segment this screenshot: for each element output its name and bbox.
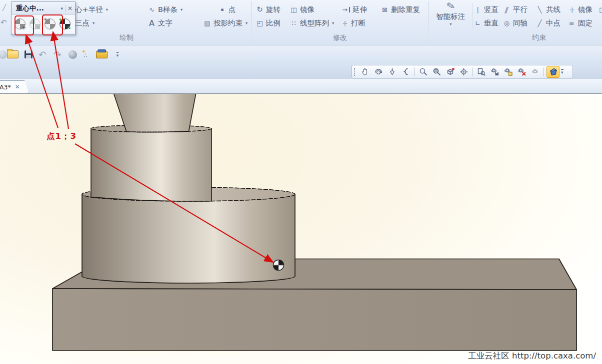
- zoom-window-button[interactable]: [430, 66, 442, 77]
- open-button[interactable]: [6, 48, 19, 60]
- subgroup-divider: [472, 3, 472, 29]
- item-label: 延伸: [352, 5, 367, 14]
- toolbar-grip[interactable]: [354, 68, 356, 76]
- ribbon-item-point[interactable]: ▪ 点: [218, 4, 236, 15]
- chevron-down-icon[interactable]: ▾: [92, 20, 94, 25]
- view-save-icon: [490, 67, 500, 76]
- item-label: 共线: [546, 5, 560, 14]
- view-options-button[interactable]: [529, 66, 541, 77]
- cog-auto-button[interactable]: + ↘: [58, 17, 72, 31]
- pan-button[interactable]: [359, 66, 371, 77]
- fly-view-button[interactable]: [400, 66, 412, 77]
- item-label: 三点: [75, 18, 90, 28]
- iso-view-button[interactable]: ✱: [444, 66, 456, 77]
- line-tool-fragment-icon: ╱: [2, 4, 6, 11]
- view-delete-icon: [517, 67, 526, 76]
- undo-button[interactable]: ↶: [36, 48, 49, 60]
- popup-title: 重心中...: [16, 4, 58, 13]
- parallel-constraint-icon: ∥: [502, 6, 512, 13]
- shaded-mode-button[interactable]: [546, 66, 560, 78]
- zoom-all-button[interactable]: [458, 66, 470, 77]
- view-gray-icon: [530, 67, 540, 76]
- spin-view-button[interactable]: [386, 66, 398, 77]
- smart-dimension-icon: ✎: [445, 0, 456, 12]
- close-icon[interactable]: ✕: [15, 83, 20, 90]
- delete-view-button[interactable]: [516, 66, 528, 77]
- group-divider: [251, 1, 252, 43]
- ribbon-item-three-point[interactable]: 三点 ▾: [75, 17, 94, 28]
- ribbon-item-perpendicular-constraint[interactable]: ∟ 垂直: [474, 17, 498, 28]
- s-curve-icon: [401, 67, 410, 76]
- chevron-down-icon[interactable]: ▾: [106, 7, 108, 12]
- toolbox-button[interactable]: [95, 48, 108, 60]
- new-view-button[interactable]: [502, 66, 514, 77]
- chevron-down-icon[interactable]: ▾: [332, 20, 334, 25]
- ribbon-group-title-modify: 修改: [315, 33, 365, 42]
- orbit-icon: [374, 67, 384, 76]
- chevron-down-icon[interactable]: ▾: [60, 6, 63, 11]
- render-button[interactable]: [66, 48, 79, 60]
- tab-label: A3*: [0, 83, 11, 91]
- save-view-button[interactable]: [488, 66, 500, 77]
- toolbar-options-button[interactable]: ▾: [561, 69, 564, 74]
- folder-icon: [7, 50, 18, 58]
- ribbon-item-projection-constraint[interactable]: ▤ 投影约束 ▾: [204, 17, 248, 28]
- cog-popup-toolbar: 重心中... ▾ ✕ + × ✳ + ↘: [11, 1, 76, 35]
- cog-settings-button[interactable]: ✳: [43, 17, 56, 31]
- cog-delete-button[interactable]: ×: [28, 17, 42, 31]
- star-badge-icon: ✳: [44, 17, 48, 22]
- item-label: 旋转: [266, 5, 280, 14]
- ribbon-item-bspline[interactable]: ∿ B样条 ▾: [148, 4, 182, 15]
- orbit-button[interactable]: [372, 66, 384, 77]
- ribbon-item-linear-array[interactable]: ∷ 线型阵列 ▾: [290, 17, 334, 28]
- ribbon-group-title-constraint: 约束: [514, 33, 564, 42]
- item-label: 固定: [578, 18, 592, 28]
- cog-add-button[interactable]: +: [13, 17, 26, 31]
- point-icon: ▪: [218, 7, 226, 12]
- chevron-down-icon[interactable]: ▾: [246, 20, 248, 25]
- item-label: B样条: [158, 5, 178, 14]
- named-view-button[interactable]: [475, 66, 487, 77]
- ribbon-item-break[interactable]: -|- 打断: [341, 17, 366, 28]
- cube-icon: ✱: [446, 67, 455, 76]
- chevron-down-icon[interactable]: ▾: [180, 7, 182, 12]
- save-button[interactable]: [22, 48, 35, 60]
- shaded-cube-icon: [548, 67, 558, 76]
- ribbon-item-text[interactable]: A 文字: [148, 17, 172, 28]
- ribbon-item-midpoint-constraint[interactable]: ╱ 中点: [536, 17, 560, 28]
- popup-title-bar[interactable]: 重心中... ▾ ✕: [12, 2, 75, 15]
- drawing-canvas[interactable]: 工业云社区 http://top.caxa.com/: [0, 93, 602, 364]
- perpendicular-constraint-icon: ∟: [474, 19, 482, 27]
- document-tab[interactable]: A3* ✕: [0, 80, 29, 93]
- ribbon-item-extend[interactable]: → 延伸: [341, 4, 367, 15]
- ribbon-item-parallel-constraint[interactable]: ∥ 平行: [503, 4, 528, 15]
- spin-icon: [388, 67, 397, 76]
- chevron-down-icon[interactable]: ▾: [450, 21, 452, 26]
- ribbon-item-rotate[interactable]: ↻ 旋转: [256, 4, 280, 15]
- title-divider: [65, 5, 66, 12]
- assembly-tree-button[interactable]: ✦∴: [80, 48, 93, 60]
- item-label: 文字: [158, 18, 172, 28]
- ribbon-item-collinear-constraint[interactable]: ╲ 共线: [536, 4, 560, 15]
- redo-button[interactable]: ↷: [51, 48, 64, 60]
- view-new-icon: [504, 67, 513, 76]
- ribbon-item-smart-dimension[interactable]: ✎ 智能标注 ▾: [429, 0, 472, 31]
- item-label: 删除重复: [391, 5, 420, 14]
- item-label: 比例: [266, 18, 280, 28]
- ribbon-item-vertical-constraint[interactable]: ∣ 竖直: [474, 4, 498, 15]
- ribbon-item-mirror[interactable]: ◫ 镜像: [290, 4, 314, 15]
- close-icon[interactable]: ✕: [68, 5, 72, 12]
- ribbon-item-scale[interactable]: ◰ 比例: [256, 17, 280, 28]
- ribbon-item-fixed-constraint[interactable]: ≡ 固定: [568, 17, 592, 28]
- svg-text:✱: ✱: [452, 67, 454, 71]
- ribbon-item-mirror-constraint[interactable]: ·|· 镜像: [568, 4, 592, 15]
- ribbon-item-coaxial-constraint[interactable]: ◎ 同轴: [503, 17, 528, 28]
- scale-icon: ◰: [256, 19, 264, 27]
- zoom-button[interactable]: [417, 66, 429, 77]
- mirror-constraint-icon: ·|·: [568, 6, 576, 13]
- qat-customize-button[interactable]: ▾: [111, 48, 124, 60]
- break-icon: -|-: [341, 20, 348, 26]
- ribbon-item-remove-duplicates[interactable]: ⊠ 删除重复: [381, 4, 420, 15]
- ribbon-item-circle-center-radius[interactable]: 心+半径 ▾: [75, 4, 108, 15]
- arc-tool-fragment-icon: ↶: [0, 18, 7, 27]
